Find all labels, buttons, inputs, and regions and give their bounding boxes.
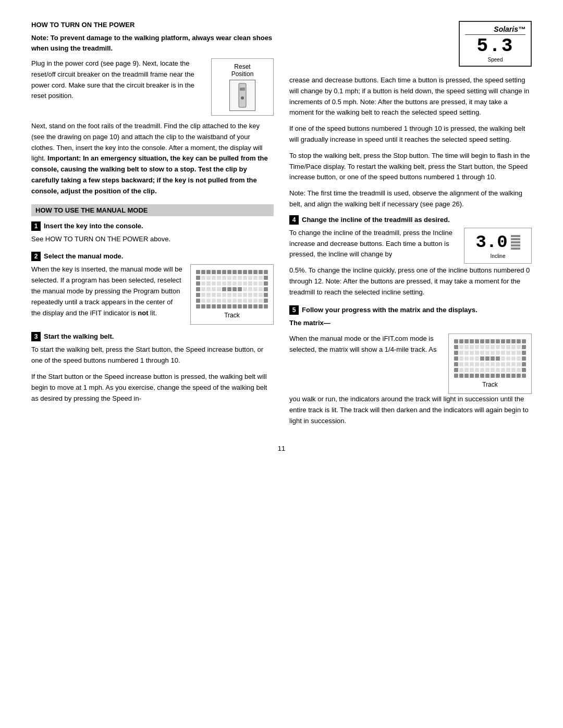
- td: [196, 276, 200, 280]
- td: [253, 299, 258, 303]
- step2-content: When the key is inserted, the manual mod…: [31, 264, 274, 325]
- step2-num: 2: [31, 252, 41, 261]
- track-row-4: [196, 287, 268, 291]
- td: [201, 276, 205, 280]
- td: [206, 299, 211, 303]
- td: [248, 299, 252, 303]
- td: [227, 299, 231, 303]
- td: [259, 287, 263, 291]
- td: [222, 276, 226, 280]
- td: [222, 293, 226, 297]
- svg-point-2: [241, 96, 244, 100]
- td: [227, 276, 231, 280]
- step4-content: To change the incline of the treadmill, …: [289, 228, 532, 265]
- track-grid: [196, 270, 268, 309]
- td: [201, 304, 205, 309]
- step3-text2: If the Start button or the Speed increas…: [31, 372, 274, 404]
- step1-header: 1 Insert the key into the console.: [31, 221, 274, 231]
- incline-figure: 3.0 Incline: [464, 228, 532, 264]
- step3-text1: To start the walking belt, press the Sta…: [31, 344, 274, 366]
- right-para1: crease and decrease buttons. Each time a…: [289, 75, 532, 118]
- step3-num: 3: [31, 332, 41, 341]
- step5-label: Follow your progress with the matrix and…: [302, 306, 478, 314]
- track-row-7: [196, 304, 268, 309]
- td: [201, 281, 205, 286]
- td: [222, 299, 226, 303]
- td: [248, 293, 252, 297]
- incline-bar: [511, 235, 520, 237]
- td: [227, 281, 231, 286]
- svg-rect-1: [240, 88, 245, 91]
- step3-header: 3 Start the walking belt.: [31, 332, 274, 341]
- left-column: HOW TO TURN ON THE POWER Note: To preven…: [31, 21, 274, 434]
- step4-text2: 0.5%. To change the incline quickly, pre…: [289, 265, 532, 298]
- right-para3: To stop the walking belt, press the Stop…: [289, 151, 532, 183]
- td: [253, 270, 258, 274]
- td: [232, 287, 237, 291]
- matrix-title: The matrix—: [289, 319, 331, 327]
- incline-display: 3.0: [469, 232, 527, 252]
- td: [212, 299, 216, 303]
- td: [259, 270, 263, 274]
- incline-bar: [511, 248, 520, 250]
- td: [248, 270, 252, 274]
- reset-block: Reset Position Plug in the power cord (s…: [31, 58, 274, 121]
- step2-block: 2 Select the manual mode. When the key i…: [31, 252, 274, 325]
- step1-label: Insert the key into the console.: [44, 222, 143, 230]
- td: [259, 293, 263, 297]
- td: [248, 287, 252, 291]
- right-para4: Note: The first time the treadmill is us…: [289, 188, 532, 210]
- td: [259, 299, 263, 303]
- incline-bar: [511, 241, 520, 243]
- td: [253, 287, 258, 291]
- td: [206, 281, 211, 286]
- td: [227, 304, 231, 309]
- tr5-row5: [454, 362, 526, 366]
- td: [222, 270, 226, 274]
- td: [196, 299, 200, 303]
- td: [248, 276, 252, 280]
- solaris-title: Solaris™: [465, 25, 525, 35]
- incline-bar: [511, 238, 520, 240]
- td: [243, 270, 247, 274]
- section-power-title: HOW TO TURN ON THE POWER: [31, 21, 274, 29]
- td: [217, 287, 221, 291]
- td: [243, 287, 247, 291]
- td: [232, 276, 237, 280]
- matrix-text1: When the manual mode or the iFIT.com mod…: [289, 334, 441, 355]
- td: [238, 287, 242, 291]
- step3-block: 3 Start the walking belt. To start the w…: [31, 332, 274, 404]
- td: [227, 287, 231, 291]
- td: [243, 276, 247, 280]
- td: [227, 293, 231, 297]
- td: [264, 281, 268, 286]
- td: [217, 281, 221, 286]
- track-grid-5: [454, 339, 526, 378]
- step5-header: 5 Follow your progress with the matrix a…: [289, 305, 532, 315]
- solaris-display: Solaris™ 5.3 Speed: [459, 21, 532, 67]
- solaris-area: Solaris™ 5.3 Speed: [289, 21, 532, 72]
- td: [248, 281, 252, 286]
- step1-block: 1 Insert the key into the console. See H…: [31, 221, 274, 245]
- tr5-row1: [454, 339, 526, 343]
- td: [212, 304, 216, 309]
- td: [264, 293, 268, 297]
- tr5-row3: [454, 351, 526, 355]
- td: [222, 304, 226, 309]
- section-manual: HOW TO USE THE MANUAL MODE 1 Insert the …: [31, 204, 274, 404]
- reset-label: Reset Position: [216, 63, 269, 78]
- step4-text: To change the incline of the treadmill, …: [289, 228, 457, 265]
- td: [253, 304, 258, 309]
- para2: Next, stand on the foot rails of the tre…: [31, 121, 274, 197]
- step1-text: See HOW TO TURN ON THE POWER above.: [31, 234, 274, 245]
- td: [253, 276, 258, 280]
- td: [206, 287, 211, 291]
- td: [253, 293, 258, 297]
- section-manual-title: HOW TO USE THE MANUAL MODE: [31, 204, 274, 216]
- td: [217, 299, 221, 303]
- track-row-6: [196, 299, 268, 303]
- incline-bar: [511, 244, 520, 246]
- reset-icon: [229, 80, 255, 111]
- step2-label: Select the manual mode.: [44, 252, 123, 260]
- step5-num: 5: [289, 305, 299, 315]
